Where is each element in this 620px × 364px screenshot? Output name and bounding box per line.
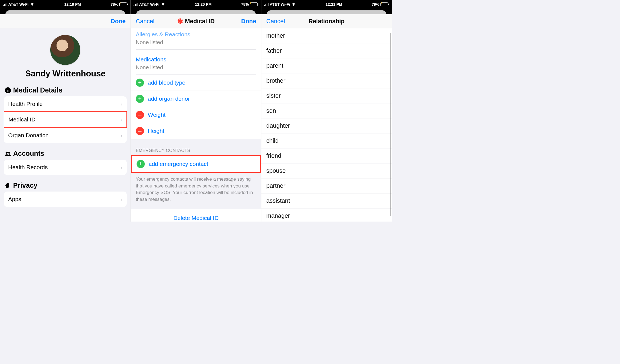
row-apps[interactable]: Apps › — [4, 192, 127, 207]
carrier-label: AT&T Wi-Fi — [8, 2, 29, 7]
minus-icon[interactable]: – — [136, 127, 144, 135]
add-emergency-contact-row[interactable]: + add emergency contact — [131, 155, 261, 173]
battery-percent: 78% — [241, 2, 249, 7]
add-blood-type-row[interactable]: + add blood type — [131, 75, 261, 91]
chevron-right-icon: › — [120, 132, 122, 139]
hand-icon — [5, 183, 11, 189]
delete-medical-id-button[interactable]: Delete Medical ID — [131, 209, 261, 222]
svg-point-1 — [7, 88, 8, 89]
clock: 12:21 PM — [326, 2, 342, 7]
plus-icon[interactable]: + — [136, 79, 144, 87]
weight-row[interactable]: – Weight — [131, 107, 261, 123]
avatar — [50, 35, 80, 65]
row-label: Health Records — [8, 164, 48, 171]
done-button[interactable]: Done — [241, 18, 256, 25]
nav-title: Relationship — [308, 18, 344, 25]
clock: 12:20 PM — [195, 2, 212, 7]
svg-point-3 — [6, 151, 8, 153]
relationship-option[interactable]: mother — [261, 28, 392, 43]
row-label: Height — [148, 128, 164, 134]
relationship-option[interactable]: child — [261, 133, 392, 148]
group-title: Accounts — [13, 150, 44, 157]
done-button[interactable]: Done — [111, 18, 126, 25]
plus-icon[interactable]: + — [137, 160, 145, 168]
carrier-label: AT&T Wi-Fi — [270, 2, 290, 7]
relationship-option[interactable]: assistant — [261, 193, 392, 208]
wifi-icon — [161, 2, 166, 6]
group-title: Medical Details — [13, 86, 63, 94]
minus-icon[interactable]: – — [136, 111, 144, 119]
status-bar: AT&T Wi-Fi 12:20 PM 78% ⚡ — [131, 0, 261, 9]
navbar: Cancel Relationship — [261, 14, 392, 28]
battery-icon: ⚡ — [250, 2, 258, 6]
chevron-right-icon: › — [120, 101, 122, 107]
nav-title: Medical ID — [185, 18, 215, 25]
svg-point-4 — [8, 151, 10, 153]
cancel-button[interactable]: Cancel — [136, 18, 154, 25]
allergies-label[interactable]: Allergies & Reactions — [136, 28, 256, 38]
row-label: Apps — [8, 196, 21, 202]
relationship-option[interactable]: friend — [261, 148, 392, 163]
relationship-option[interactable]: brother — [261, 73, 392, 88]
group-title: Privacy — [13, 181, 37, 189]
group-header-accounts: Accounts — [0, 150, 131, 160]
plus-icon[interactable]: + — [136, 95, 144, 103]
status-bar: AT&T Wi-Fi 12:21 PM 79% ⚡ — [261, 0, 392, 9]
row-medical-id[interactable]: Medical ID › — [4, 111, 127, 128]
carrier-label: AT&T Wi-Fi — [139, 2, 160, 7]
row-label: Organ Donation — [8, 132, 49, 139]
signal-icon — [264, 3, 269, 6]
relationship-option[interactable]: parent — [261, 58, 392, 73]
chevron-right-icon: › — [120, 164, 122, 171]
navbar: Done — [0, 14, 131, 28]
battery-percent: 78% — [111, 2, 118, 7]
medical-id-icon: ✱ — [177, 18, 183, 25]
sheet-grabber[interactable] — [261, 9, 392, 14]
relationship-option[interactable]: daughter — [261, 118, 392, 133]
relationship-option[interactable]: sister — [261, 88, 392, 103]
emergency-contacts-footer: Your emergency contacts will receive a m… — [131, 173, 261, 209]
clock: 12:19 PM — [64, 2, 81, 7]
height-row[interactable]: – Height — [131, 123, 261, 139]
row-organ-donation[interactable]: Organ Donation › — [4, 127, 127, 143]
relationship-option[interactable]: partner — [261, 178, 392, 193]
cancel-button[interactable]: Cancel — [266, 18, 285, 25]
add-organ-donor-row[interactable]: + add organ donor — [131, 91, 261, 107]
emergency-contacts-header: EMERGENCY CONTACTS — [131, 139, 261, 155]
row-label: add emergency contact — [149, 161, 208, 167]
profile-name: Sandy Writtenhouse — [0, 69, 131, 79]
group-header-privacy: Privacy — [0, 181, 131, 192]
row-health-profile[interactable]: Health Profile › — [4, 96, 127, 112]
relationship-option[interactable]: spouse — [261, 163, 392, 178]
scrollbar[interactable] — [390, 33, 391, 216]
battery-icon: ⚡ — [119, 2, 128, 6]
battery-percent: 79% — [372, 2, 379, 7]
navbar: Cancel ✱ Medical ID Done — [131, 14, 261, 28]
chevron-right-icon: › — [120, 196, 122, 202]
chevron-right-icon: › — [120, 117, 122, 123]
row-label: add blood type — [148, 79, 185, 86]
info-icon — [5, 87, 11, 93]
signal-icon — [134, 3, 138, 6]
divider — [187, 107, 187, 139]
relationship-option[interactable]: father — [261, 43, 392, 58]
svg-rect-2 — [8, 90, 8, 92]
wifi-icon — [30, 2, 35, 6]
sheet-grabber[interactable] — [0, 9, 131, 14]
row-health-records[interactable]: Health Records › — [4, 160, 127, 175]
row-label: Weight — [148, 112, 166, 118]
medications-label[interactable]: Medications — [136, 53, 256, 63]
people-icon — [5, 151, 11, 157]
medications-value: None listed — [136, 63, 256, 75]
row-label: add organ donor — [148, 96, 190, 102]
relationship-option[interactable]: manager — [261, 208, 392, 222]
relationship-option[interactable]: son — [261, 103, 392, 118]
sheet-grabber[interactable] — [131, 9, 261, 14]
signal-icon — [3, 3, 7, 6]
row-label: Health Profile — [8, 101, 43, 107]
battery-icon: ⚡ — [380, 2, 389, 6]
allergies-value: None listed — [136, 38, 256, 50]
row-label: Medical ID — [8, 116, 36, 123]
group-header-medical: Medical Details — [0, 86, 131, 96]
status-bar: AT&T Wi-Fi 12:19 PM 78% ⚡ — [0, 0, 131, 9]
